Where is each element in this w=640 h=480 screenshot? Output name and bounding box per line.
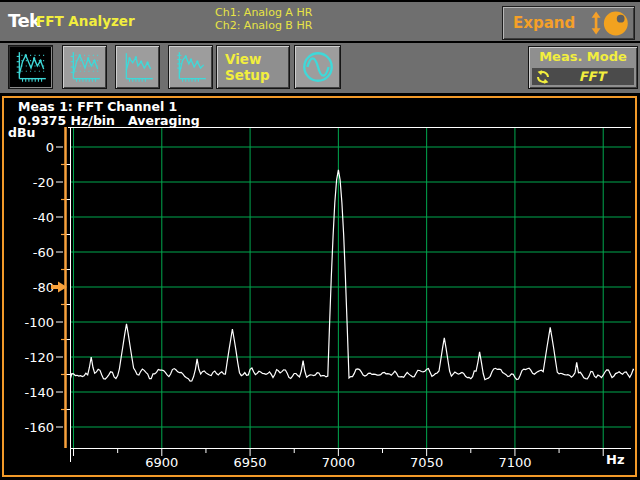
waveform-axis-icon [173,49,209,85]
y-axis-tick-labels: 0-20-40-60-80-100-120-140-160 [24,140,54,435]
svg-text:7050: 7050 [410,455,443,470]
generator-button[interactable] [294,45,341,89]
chart-grid [70,127,631,448]
svg-text:-120: -120 [24,350,54,365]
app-title: FFT Analyzer [36,13,135,29]
svg-text:-80: -80 [33,280,54,295]
sine-wave-icon [299,48,337,86]
meas-mode-value-row: FFT [532,68,634,85]
view-button-waveform-1[interactable] [115,45,160,89]
top-bar: Tek FFT Analyzer Ch1: Analog A HR Ch2: A… [0,0,640,41]
view-button-spectrum-2[interactable] [62,45,107,89]
fft-analyzer-screen: Tek FFT Analyzer Ch1: Analog A HR Ch2: A… [0,0,640,480]
ch2-label: Ch2: Analog B HR [215,19,312,32]
spectrum-grid-icon [67,49,103,85]
meas-mode-value: FFT [550,69,634,84]
svg-text:-40: -40 [33,210,54,225]
up-down-arrow-icon [589,10,603,36]
expand-label: Expand [513,14,575,32]
spectrum-grid-icon [13,49,49,85]
expand-cursor[interactable] [51,127,67,448]
x-axis-unit-label: Hz [606,452,624,467]
svg-text:6950: 6950 [234,455,267,470]
svg-text:6900: 6900 [145,455,178,470]
svg-text:-160: -160 [24,420,54,435]
svg-text:-20: -20 [33,175,54,190]
view-setup-label-line1: View [225,51,289,67]
waveform-icon [120,49,156,85]
y-axis-unit-label: dBu [8,125,35,140]
svg-text:-60: -60 [33,245,54,260]
svg-text:-140: -140 [24,385,54,400]
channel-info: Ch1: Analog A HR Ch2: Analog B HR [215,6,312,32]
toolbar: View Setup Meas. Mode [0,43,640,93]
measurement-title: Meas 1: FFT Channel 1 [18,99,177,114]
view-button-waveform-2[interactable] [168,45,213,89]
measurement-subtitle: 0.9375 Hz/bin Averaging [18,113,200,128]
svg-text:7100: 7100 [498,455,531,470]
svg-text:0: 0 [46,140,54,155]
knob-icon[interactable] [603,9,629,38]
ch1-label: Ch1: Analog A HR [215,6,312,19]
fft-trace [70,170,635,381]
view-button-spectrum-1[interactable] [8,45,53,89]
expand-marker-arrow[interactable] [51,282,67,293]
svg-text:7000: 7000 [322,455,355,470]
svg-text:-100: -100 [24,315,54,330]
meas-mode-button[interactable]: Meas. Mode FFT [528,46,638,89]
expand-button[interactable]: Expand [502,6,635,40]
chart-axes [56,127,631,462]
display-frame [3,97,636,476]
cycle-arrows-icon [536,70,550,84]
view-setup-label-line2: Setup [225,67,289,83]
meas-mode-label: Meas. Mode [529,47,637,67]
view-setup-button[interactable]: View Setup [216,45,290,89]
x-axis-tick-labels: 69006950700070507100 [145,455,531,470]
